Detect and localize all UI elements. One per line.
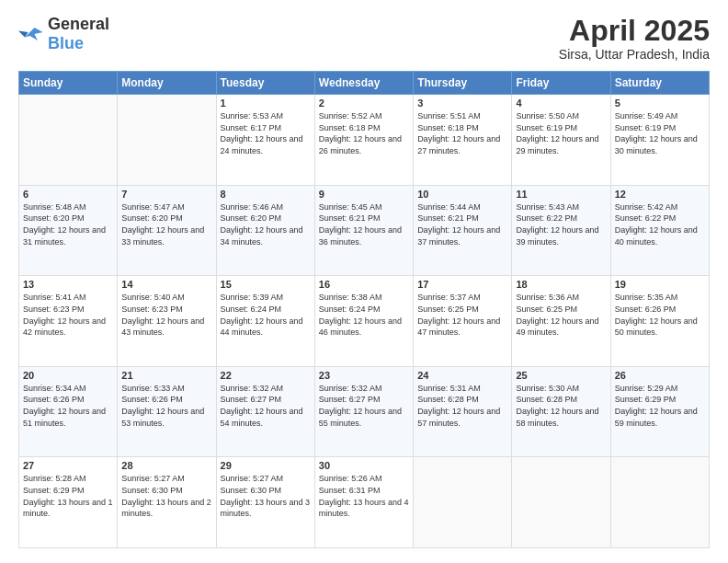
calendar-cell: 24Sunrise: 5:31 AM Sunset: 6:28 PM Dayli… xyxy=(414,366,512,457)
calendar-cell: 5Sunrise: 5:49 AM Sunset: 6:19 PM Daylig… xyxy=(610,95,709,186)
calendar-cell: 10Sunrise: 5:44 AM Sunset: 6:21 PM Dayli… xyxy=(414,185,512,276)
day-number: 24 xyxy=(417,370,507,381)
calendar-cell: 19Sunrise: 5:35 AM Sunset: 6:26 PM Dayli… xyxy=(610,276,709,367)
calendar-cell: 9Sunrise: 5:45 AM Sunset: 6:21 PM Daylig… xyxy=(314,185,413,276)
day-info: Sunrise: 5:32 AM Sunset: 6:27 PM Dayligh… xyxy=(221,383,311,429)
day-info: Sunrise: 5:36 AM Sunset: 6:25 PM Dayligh… xyxy=(516,292,606,338)
calendar-cell: 20Sunrise: 5:34 AM Sunset: 6:26 PM Dayli… xyxy=(19,366,118,457)
day-info: Sunrise: 5:37 AM Sunset: 6:25 PM Dayligh… xyxy=(417,292,507,338)
day-info: Sunrise: 5:53 AM Sunset: 6:17 PM Dayligh… xyxy=(221,110,311,156)
logo-blue-text: Blue xyxy=(48,34,84,52)
day-number: 2 xyxy=(319,98,409,109)
calendar-cell: 15Sunrise: 5:39 AM Sunset: 6:24 PM Dayli… xyxy=(216,276,314,367)
day-number: 22 xyxy=(221,370,311,381)
day-number: 11 xyxy=(516,189,606,200)
calendar-cell: 14Sunrise: 5:40 AM Sunset: 6:23 PM Dayli… xyxy=(118,276,216,367)
column-header-wednesday: Wednesday xyxy=(314,72,413,95)
calendar-cell: 2Sunrise: 5:52 AM Sunset: 6:18 PM Daylig… xyxy=(314,95,413,186)
calendar-cell: 3Sunrise: 5:51 AM Sunset: 6:18 PM Daylig… xyxy=(414,95,512,186)
logo-bird-icon xyxy=(18,24,44,44)
calendar-cell xyxy=(512,457,610,548)
column-header-sunday: Sunday xyxy=(19,72,118,95)
day-number: 1 xyxy=(221,98,311,109)
day-number: 4 xyxy=(516,98,606,109)
calendar-cell xyxy=(610,457,709,548)
day-number: 9 xyxy=(319,189,409,200)
calendar-week-row: 13Sunrise: 5:41 AM Sunset: 6:23 PM Dayli… xyxy=(19,276,710,367)
column-header-tuesday: Tuesday xyxy=(216,72,314,95)
day-info: Sunrise: 5:39 AM Sunset: 6:24 PM Dayligh… xyxy=(221,292,311,338)
day-info: Sunrise: 5:29 AM Sunset: 6:29 PM Dayligh… xyxy=(615,383,705,429)
day-number: 13 xyxy=(23,279,113,290)
calendar-cell: 12Sunrise: 5:42 AM Sunset: 6:22 PM Dayli… xyxy=(610,185,709,276)
day-number: 15 xyxy=(221,279,311,290)
day-number: 16 xyxy=(319,279,409,290)
calendar-week-row: 6Sunrise: 5:48 AM Sunset: 6:20 PM Daylig… xyxy=(19,185,710,276)
day-info: Sunrise: 5:48 AM Sunset: 6:20 PM Dayligh… xyxy=(23,201,113,247)
day-number: 29 xyxy=(221,460,311,471)
day-number: 3 xyxy=(417,98,507,109)
calendar-table: SundayMondayTuesdayWednesdayThursdayFrid… xyxy=(18,71,710,548)
calendar-cell: 30Sunrise: 5:26 AM Sunset: 6:31 PM Dayli… xyxy=(314,457,413,548)
day-number: 30 xyxy=(319,460,409,471)
day-number: 21 xyxy=(121,370,211,381)
page: General Blue April 2025 Sirsa, Uttar Pra… xyxy=(0,0,728,563)
day-info: Sunrise: 5:47 AM Sunset: 6:20 PM Dayligh… xyxy=(121,201,211,247)
header-right: April 2025 Sirsa, Uttar Pradesh, India xyxy=(559,15,710,62)
calendar-cell: 18Sunrise: 5:36 AM Sunset: 6:25 PM Dayli… xyxy=(512,276,610,367)
calendar-cell xyxy=(19,95,118,186)
calendar-week-row: 1Sunrise: 5:53 AM Sunset: 6:17 PM Daylig… xyxy=(19,95,710,186)
calendar-cell: 6Sunrise: 5:48 AM Sunset: 6:20 PM Daylig… xyxy=(19,185,118,276)
day-number: 23 xyxy=(319,370,409,381)
svg-marker-0 xyxy=(25,28,43,40)
logo: General Blue xyxy=(18,15,109,53)
calendar-cell: 17Sunrise: 5:37 AM Sunset: 6:25 PM Dayli… xyxy=(414,276,512,367)
day-number: 18 xyxy=(516,279,606,290)
calendar-cell: 26Sunrise: 5:29 AM Sunset: 6:29 PM Dayli… xyxy=(610,366,709,457)
day-number: 17 xyxy=(417,279,507,290)
column-header-friday: Friday xyxy=(512,72,610,95)
column-header-saturday: Saturday xyxy=(610,72,709,95)
day-info: Sunrise: 5:26 AM Sunset: 6:31 PM Dayligh… xyxy=(319,473,409,519)
day-info: Sunrise: 5:30 AM Sunset: 6:28 PM Dayligh… xyxy=(516,383,606,429)
day-info: Sunrise: 5:31 AM Sunset: 6:28 PM Dayligh… xyxy=(417,383,507,429)
day-info: Sunrise: 5:40 AM Sunset: 6:23 PM Dayligh… xyxy=(121,292,211,338)
day-number: 28 xyxy=(121,460,211,471)
calendar-header-row: SundayMondayTuesdayWednesdayThursdayFrid… xyxy=(19,72,710,95)
day-info: Sunrise: 5:27 AM Sunset: 6:30 PM Dayligh… xyxy=(221,473,311,519)
day-number: 5 xyxy=(615,98,705,109)
location: Sirsa, Uttar Pradesh, India xyxy=(559,47,710,62)
calendar-cell: 21Sunrise: 5:33 AM Sunset: 6:26 PM Dayli… xyxy=(118,366,216,457)
calendar-cell: 27Sunrise: 5:28 AM Sunset: 6:29 PM Dayli… xyxy=(19,457,118,548)
calendar-cell: 22Sunrise: 5:32 AM Sunset: 6:27 PM Dayli… xyxy=(216,366,314,457)
day-info: Sunrise: 5:33 AM Sunset: 6:26 PM Dayligh… xyxy=(121,383,211,429)
day-info: Sunrise: 5:38 AM Sunset: 6:24 PM Dayligh… xyxy=(319,292,409,338)
day-number: 19 xyxy=(615,279,705,290)
calendar-cell: 13Sunrise: 5:41 AM Sunset: 6:23 PM Dayli… xyxy=(19,276,118,367)
day-info: Sunrise: 5:28 AM Sunset: 6:29 PM Dayligh… xyxy=(23,473,113,519)
calendar-cell: 29Sunrise: 5:27 AM Sunset: 6:30 PM Dayli… xyxy=(216,457,314,548)
day-info: Sunrise: 5:44 AM Sunset: 6:21 PM Dayligh… xyxy=(417,201,507,247)
day-number: 26 xyxy=(615,370,705,381)
day-number: 27 xyxy=(23,460,113,471)
calendar-cell: 4Sunrise: 5:50 AM Sunset: 6:19 PM Daylig… xyxy=(512,95,610,186)
day-info: Sunrise: 5:42 AM Sunset: 6:22 PM Dayligh… xyxy=(615,201,705,247)
day-info: Sunrise: 5:43 AM Sunset: 6:22 PM Dayligh… xyxy=(516,201,606,247)
day-number: 6 xyxy=(23,189,113,200)
calendar-cell: 7Sunrise: 5:47 AM Sunset: 6:20 PM Daylig… xyxy=(118,185,216,276)
day-info: Sunrise: 5:34 AM Sunset: 6:26 PM Dayligh… xyxy=(23,383,113,429)
day-info: Sunrise: 5:49 AM Sunset: 6:19 PM Dayligh… xyxy=(615,110,705,156)
logo-general-text: General xyxy=(48,15,109,33)
day-info: Sunrise: 5:51 AM Sunset: 6:18 PM Dayligh… xyxy=(417,110,507,156)
column-header-thursday: Thursday xyxy=(414,72,512,95)
calendar-cell: 8Sunrise: 5:46 AM Sunset: 6:20 PM Daylig… xyxy=(216,185,314,276)
month-title: April 2025 xyxy=(559,15,710,47)
day-info: Sunrise: 5:41 AM Sunset: 6:23 PM Dayligh… xyxy=(23,292,113,338)
calendar-week-row: 27Sunrise: 5:28 AM Sunset: 6:29 PM Dayli… xyxy=(19,457,710,548)
calendar-cell: 28Sunrise: 5:27 AM Sunset: 6:30 PM Dayli… xyxy=(118,457,216,548)
calendar-week-row: 20Sunrise: 5:34 AM Sunset: 6:26 PM Dayli… xyxy=(19,366,710,457)
day-info: Sunrise: 5:46 AM Sunset: 6:20 PM Dayligh… xyxy=(221,201,311,247)
calendar-cell: 16Sunrise: 5:38 AM Sunset: 6:24 PM Dayli… xyxy=(314,276,413,367)
day-number: 10 xyxy=(417,189,507,200)
day-number: 8 xyxy=(221,189,311,200)
